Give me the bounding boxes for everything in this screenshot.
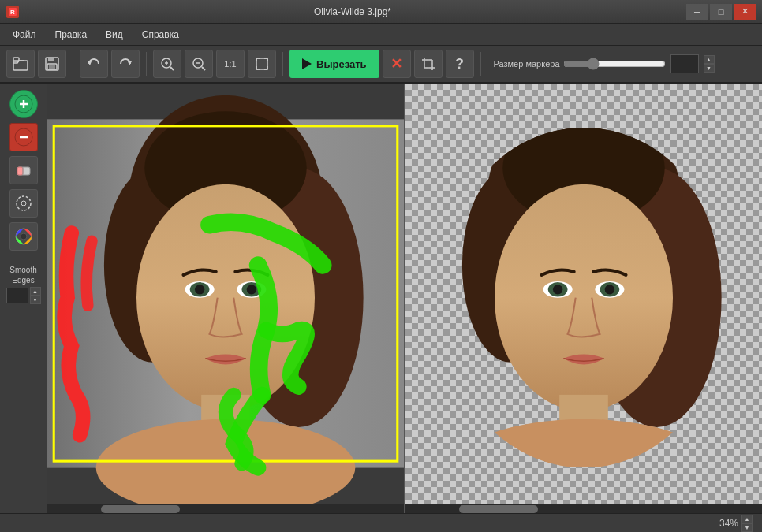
menu-file[interactable]: Файл (3, 26, 46, 43)
smooth-edges-spin: ▲ ▼ (30, 287, 41, 304)
color-picker-button[interactable] (9, 222, 38, 251)
canvas-area (47, 84, 762, 513)
zoom-100-button[interactable]: 1:1 (216, 50, 245, 78)
main-content: Smooth Edges 2 ▲ ▼ (0, 84, 762, 513)
right-image-svg (405, 84, 762, 504)
svg-point-32 (21, 201, 26, 206)
left-image-container (47, 84, 404, 504)
smooth-edges-control: 2 ▲ ▼ (6, 287, 41, 304)
marker-size-label: Размер маркера (494, 59, 560, 69)
svg-point-64 (605, 285, 614, 294)
svg-text:R: R (10, 9, 15, 16)
zoom-up[interactable]: ▲ (741, 515, 753, 523)
zoom-down[interactable]: ▼ (741, 523, 753, 532)
redo-button[interactable] (111, 50, 140, 78)
svg-rect-22 (424, 60, 432, 68)
zoom-out-button[interactable] (185, 50, 213, 78)
open-button[interactable] (6, 50, 35, 78)
smooth-edges-up[interactable]: ▲ (30, 287, 41, 296)
run-button[interactable]: Вырезать (289, 50, 379, 78)
svg-marker-9 (128, 61, 132, 65)
separator-2 (146, 52, 147, 76)
right-scrollbar[interactable] (405, 504, 762, 513)
window-title: Olivia-Wilde 3.jpg* (19, 6, 686, 17)
svg-rect-3 (13, 58, 19, 61)
cancel-button[interactable]: ✕ (383, 50, 411, 78)
undo-button[interactable] (80, 50, 108, 78)
svg-point-48 (195, 285, 204, 294)
svg-rect-7 (49, 65, 55, 69)
svg-point-56 (495, 184, 673, 411)
marker-spin: ▲ ▼ (704, 55, 715, 73)
right-canvas-panel[interactable] (405, 84, 762, 513)
separator-3 (282, 52, 283, 76)
help-button[interactable]: ? (446, 50, 474, 78)
left-image-svg (47, 84, 404, 504)
right-scrollbar-thumb[interactable] (459, 505, 538, 513)
title-bar: R Olivia-Wilde 3.jpg* ─ □ ✕ (0, 0, 762, 24)
left-toolbar: Smooth Edges 2 ▲ ▼ (0, 84, 47, 513)
smooth-edges-down[interactable]: ▼ (30, 296, 41, 304)
svg-rect-2 (13, 61, 28, 70)
marker-spin-up[interactable]: ▲ (704, 55, 715, 64)
menu-edit[interactable]: Правка (46, 26, 97, 43)
minimize-button[interactable]: ─ (686, 4, 708, 20)
add-brush-button[interactable] (9, 90, 38, 118)
eraser-button[interactable] (9, 156, 38, 184)
separator-1 (73, 52, 73, 76)
svg-rect-5 (48, 58, 54, 61)
smooth-edges-section: Smooth Edges 2 ▲ ▼ (0, 262, 47, 304)
svg-line-13 (170, 67, 174, 70)
left-scrollbar[interactable] (47, 504, 404, 513)
svg-point-63 (553, 285, 562, 294)
smooth-edges-label: Smooth Edges (0, 265, 47, 285)
menu-help[interactable]: Справка (133, 26, 189, 43)
toolbar: 1:1 Вырезать ✕ ? Размер маркера 14 ▲ ▼ (0, 46, 762, 84)
play-icon (302, 58, 312, 69)
svg-point-34 (21, 233, 27, 240)
zoom-fit-button[interactable] (248, 50, 276, 78)
save-button[interactable] (38, 50, 66, 78)
marker-size-input[interactable]: 14 (670, 54, 699, 73)
svg-point-49 (247, 285, 256, 294)
smooth-edges-input[interactable]: 2 (6, 288, 28, 303)
menu-bar: Файл Правка Вид Справка (0, 24, 762, 46)
svg-marker-8 (88, 61, 92, 65)
app-icon: R (6, 6, 19, 18)
marker-slider[interactable] (563, 58, 666, 70)
left-canvas-view[interactable] (47, 84, 404, 504)
zoom-level: 34% (719, 518, 738, 529)
svg-rect-29 (17, 167, 23, 175)
status-bar: 34% ▲ ▼ (0, 513, 762, 532)
circle-select-button[interactable] (9, 189, 38, 218)
left-scrollbar-thumb[interactable] (101, 505, 180, 513)
svg-line-16 (202, 67, 205, 70)
left-canvas-panel[interactable] (47, 84, 405, 513)
svg-point-58 (454, 419, 714, 504)
zoom-spin: ▲ ▼ (741, 515, 753, 532)
zoom-in-button[interactable] (153, 50, 181, 78)
svg-rect-17 (256, 58, 267, 69)
crop-button[interactable] (414, 50, 443, 78)
separator-4 (480, 52, 481, 76)
maximize-button[interactable]: □ (710, 4, 732, 20)
svg-point-31 (17, 196, 31, 210)
marker-spin-down[interactable]: ▼ (704, 64, 715, 73)
remove-brush-button[interactable] (9, 123, 38, 151)
menu-view[interactable]: Вид (96, 26, 133, 43)
close-button[interactable]: ✕ (734, 4, 756, 20)
window-controls: ─ □ ✕ (686, 4, 756, 20)
right-canvas-view[interactable] (405, 84, 762, 504)
marker-slider-container: 14 ▲ ▼ (563, 54, 715, 73)
